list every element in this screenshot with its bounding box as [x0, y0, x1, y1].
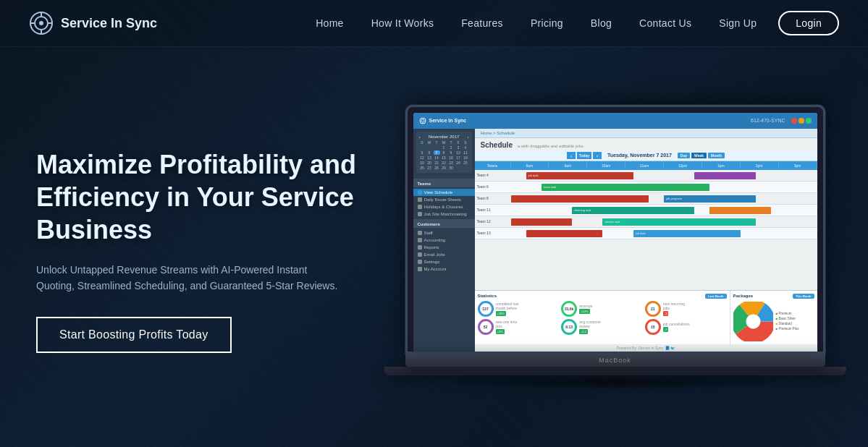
cta-button[interactable]: Start Boosting Profits Today: [36, 317, 232, 353]
stat-review: 9.13 avg customer review +0.2: [561, 319, 643, 335]
stat-change-review: +0.2: [579, 329, 588, 334]
nav-contact[interactable]: Contact Us: [639, 17, 691, 29]
gantt-bar[interactable]: route task: [542, 184, 710, 191]
window-controls: [791, 118, 812, 124]
week-view-btn[interactable]: Week: [691, 153, 707, 158]
pie-chart-container: ■ Premium ■ Basic Silver ■ Standard ■ Pr…: [733, 302, 814, 341]
gantt-row-team4: Team 4 job task: [475, 170, 817, 182]
sidebar-item-routes[interactable]: Daily Route Sheets: [413, 196, 475, 203]
mini-calendar: ‹ November 2017 › SMTWTFS 1234 567891011…: [416, 132, 472, 173]
sidebar-item-accounting[interactable]: Accounting: [413, 237, 475, 244]
login-button[interactable]: Login: [778, 11, 839, 35]
nav-home[interactable]: Home: [316, 17, 344, 29]
minimize-control: [799, 118, 804, 124]
sidebar-item-schedule[interactable]: View Schedule: [413, 189, 475, 196]
gantt-bar[interactable]: [511, 218, 573, 226]
gantt-8am: 8am: [511, 163, 549, 169]
schedule-header: Schedule a with draggable and editable j…: [475, 138, 817, 150]
nav-pricing[interactable]: Pricing: [531, 17, 563, 29]
laptop-container: Service In Sync 612-470-SYNC: [405, 105, 825, 375]
stat-cancellations: 15 job cancellations -2: [645, 319, 727, 335]
gantt-1pm: 1pm: [702, 163, 741, 169]
gantt-bar[interactable]: [526, 230, 603, 237]
gantt-row-team6: Team 6 route task: [475, 182, 817, 193]
next-arrow[interactable]: ›: [593, 152, 602, 159]
cal-prev: ‹: [419, 135, 421, 139]
stat-change-completed: +28%: [496, 311, 506, 316]
gantt-row-team12: Team 12 service task: [475, 216, 817, 228]
nav-logo[interactable]: Service In Sync: [29, 11, 157, 35]
nav-blog[interactable]: Blog: [591, 17, 612, 29]
sidebar-item-matching[interactable]: Job Site Matchmaking: [413, 210, 475, 218]
holidays-icon: [418, 205, 422, 209]
laptop-shadow: [447, 375, 783, 390]
today-btn[interactable]: Today: [577, 152, 591, 159]
sidebar-item-staff[interactable]: Staff: [413, 229, 475, 237]
hero-title: Maximize Profitability and Efficiency in…: [36, 148, 398, 246]
nav-features[interactable]: Features: [461, 17, 503, 29]
month-view-btn[interactable]: Month: [708, 153, 725, 158]
stat-onetime: 52 new one time jobs +8%: [478, 319, 560, 335]
gantt-bar[interactable]: [709, 207, 771, 214]
laptop-screen: Service In Sync 612-470-SYNC: [413, 113, 817, 352]
hero-subtitle: Unlock Untapped Revenue Streams with AI-…: [36, 262, 340, 294]
gantt-bar[interactable]: job task: [526, 172, 633, 179]
gantt-bar[interactable]: service task: [602, 218, 756, 226]
date-nav-arrows: ‹ Today ›: [567, 152, 602, 159]
gantt-chart: Teams 8am 9am 10am 11am 12pm 1pm 2pm 3pm: [475, 161, 817, 290]
gantt-9am: 9am: [549, 163, 587, 169]
navbar: Service In Sync Home How It Works Featur…: [0, 0, 868, 47]
app-phone: 612-470-SYNC: [751, 118, 785, 123]
stat-recurring: 21 new recurring jobs -3: [645, 301, 727, 317]
app-sidebar: ‹ November 2017 › SMTWTFS 1234 567891011…: [413, 129, 475, 352]
gantt-row-team8: Team 8 job progress: [475, 193, 817, 205]
calendar-grid: SMTWTFS 1234 567891011 12131415161718 19…: [419, 140, 469, 170]
stat-circle-onetime: 52: [478, 319, 494, 335]
nav-signup[interactable]: Sign Up: [719, 17, 757, 29]
stat-change-cancellations: -2: [663, 327, 669, 332]
gantt-bar[interactable]: job task: [633, 230, 741, 237]
reports-icon: [418, 245, 422, 250]
sidebar-item-email[interactable]: Email Jobs: [413, 251, 475, 258]
laptop-foot: [384, 367, 846, 375]
sidebar-section-customers: Customers: [413, 219, 475, 228]
sidebar-item-holidays[interactable]: Holidays & Closures: [413, 203, 475, 210]
schedule-date-bar: ‹ Today › Tuesday, November 7 2017 Day W…: [475, 150, 817, 161]
app-breadcrumb: Home > Schedule: [475, 129, 817, 138]
gantt-bar[interactable]: [694, 172, 756, 179]
packages-period-btn[interactable]: This Month: [793, 294, 814, 299]
nav-how-it-works[interactable]: How It Works: [371, 17, 434, 29]
hero-section: Maximize Profitability and Efficiency in…: [0, 47, 868, 447]
accounting-icon: [418, 238, 422, 242]
cal-month-label: November 2017: [429, 135, 460, 139]
gantt-bar[interactable]: cleaning task: [572, 207, 694, 214]
statistics-section: Statistics Last Month 137 completed la: [475, 291, 730, 344]
day-view-btn[interactable]: Day: [678, 153, 690, 158]
app-ui: Service In Sync 612-470-SYNC: [413, 113, 817, 352]
brand-name: Service In Sync: [61, 16, 157, 31]
gantt-3pm: 3pm: [779, 163, 817, 169]
stat-circle-revenue: 31.0k: [561, 301, 577, 317]
sidebar-section-teams: Teams: [413, 179, 475, 187]
laptop-mockup: Service In Sync 612-470-SYNC: [398, 105, 832, 375]
gantt-11am: 11am: [625, 163, 664, 169]
packages-section: Packages This Month: [730, 291, 817, 344]
stats-period-btn[interactable]: Last Month: [705, 294, 726, 299]
sidebar-item-settings[interactable]: Settings: [413, 258, 475, 265]
app-topbar-title: Service In Sync: [429, 118, 467, 123]
app-bottom-stats: Statistics Last Month 137 completed la: [475, 290, 817, 344]
hero-content: Maximize Profitability and Efficiency in…: [36, 141, 398, 354]
gantt-bar[interactable]: job progress: [664, 195, 756, 203]
svg-rect-5: [30, 22, 35, 24]
gantt-header: Teams 8am 9am 10am 11am 12pm 1pm 2pm 3pm: [475, 161, 817, 170]
sidebar-item-reports[interactable]: Reports: [413, 244, 475, 251]
prev-arrow[interactable]: ‹: [567, 152, 576, 159]
gantt-bar[interactable]: [511, 195, 649, 203]
svg-rect-3: [41, 12, 42, 17]
gantt-rows: Team 4 job task Team: [475, 170, 817, 290]
email-icon: [418, 252, 422, 257]
gantt-row-team11: Team 11 cleaning task: [475, 205, 817, 216]
stat-revenue: 31.0k revenue +14%: [561, 301, 643, 317]
sidebar-item-account[interactable]: My Account: [413, 265, 475, 273]
stat-circle-review: 9.13: [561, 319, 577, 335]
